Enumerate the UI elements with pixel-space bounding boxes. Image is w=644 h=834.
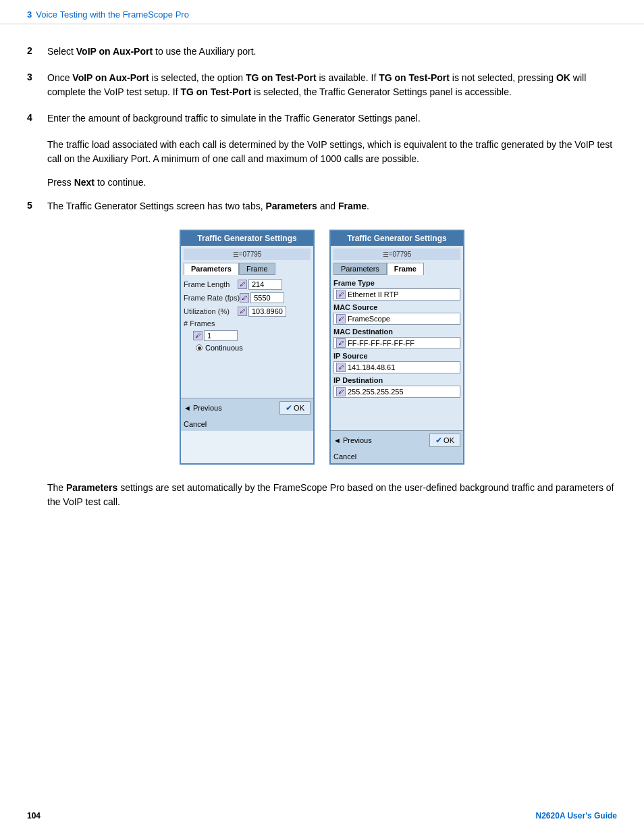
continuous-label: Continuous bbox=[205, 344, 243, 352]
frame-length-icon: 🖊 bbox=[238, 280, 247, 289]
step-2: 2 Select VoIP on Aux-Port to use the Aux… bbox=[27, 45, 617, 59]
tg-test-port-bold: TG on Test-Port bbox=[246, 72, 317, 83]
continuous-row: Continuous bbox=[184, 344, 311, 352]
frame-rate-icon: 🖊 bbox=[240, 293, 249, 303]
step-4-text: Enter the amount of background traffic t… bbox=[47, 111, 617, 126]
mac-dest-field[interactable]: 🖊 FF-FF-FF-FF-FF-FF bbox=[333, 337, 460, 349]
left-cancel-button[interactable]: Cancel bbox=[184, 420, 207, 428]
left-previous-button[interactable]: ◄ Previous bbox=[184, 404, 222, 412]
right-panel: Traffic Generator Settings ☰=07795 Param… bbox=[329, 230, 464, 465]
left-tabs: Parameters Frame bbox=[184, 263, 311, 275]
ip-source-label: IP Source bbox=[333, 352, 460, 360]
utilization-value: 103.8960 bbox=[248, 306, 286, 317]
right-ok-check: ✔ bbox=[435, 436, 442, 445]
left-prev-arrow: ◄ bbox=[184, 404, 191, 412]
frames-value-row: 🖊 1 bbox=[184, 330, 311, 341]
params-bold: Parameters bbox=[265, 201, 317, 211]
frame-length-value: 214 bbox=[248, 279, 282, 290]
utilization-row: Utilization (%) 🖊 103.8960 bbox=[184, 306, 311, 317]
frame-type-icon: 🖊 bbox=[336, 290, 346, 299]
right-bottom-row2: Cancel bbox=[333, 451, 460, 461]
right-tab-frame[interactable]: Frame bbox=[387, 263, 424, 275]
step-3-text: Once VoIP on Aux-Port is selected, the o… bbox=[47, 71, 617, 99]
step-3: 3 Once VoIP on Aux-Port is selected, the… bbox=[27, 71, 617, 99]
header-bar: 3 Voice Testing with the FrameScope Pro bbox=[0, 0, 644, 24]
ip-source-value: 141.184.48.61 bbox=[348, 363, 395, 371]
step-3-num: 3 bbox=[27, 71, 47, 99]
utilization-input[interactable]: 🖊 103.8960 bbox=[238, 306, 286, 317]
right-bottom: ◄ Previous ✔ OK Cancel bbox=[331, 430, 463, 463]
step-5-text: The Traffic Generator Settings screen ha… bbox=[47, 199, 617, 213]
left-bottom-row2: Cancel bbox=[184, 419, 311, 428]
extra-para-1: The traffic load associated with each ca… bbox=[47, 138, 617, 166]
mac-source-label: MAC Source bbox=[333, 303, 460, 311]
main-content: 2 Select VoIP on Aux-Port to use the Aux… bbox=[0, 24, 644, 539]
continuous-radio[interactable] bbox=[196, 344, 203, 351]
ip-source-field[interactable]: 🖊 141.184.48.61 bbox=[333, 361, 460, 373]
mac-dest-label: MAC Destination bbox=[333, 328, 460, 336]
frame-rate-input[interactable]: 🖊 5550 bbox=[240, 292, 284, 303]
right-icon-bar: ☰=07795 bbox=[333, 249, 460, 260]
footer-page-num: 104 bbox=[27, 811, 41, 820]
right-cancel-button[interactable]: Cancel bbox=[333, 452, 356, 461]
step-5-num: 5 bbox=[27, 199, 47, 213]
step-4: 4 Enter the amount of background traffic… bbox=[27, 111, 617, 126]
voip-aux-port-bold2: VoIP on Aux-Port bbox=[72, 72, 149, 83]
left-tab-frame[interactable]: Frame bbox=[239, 263, 275, 275]
frame-rate-value: 5550 bbox=[250, 292, 284, 303]
right-icon-text: ☰=07795 bbox=[383, 251, 412, 258]
voip-aux-port-bold: VoIP on Aux-Port bbox=[76, 46, 153, 57]
ip-dest-label: IP Destination bbox=[333, 376, 460, 384]
mac-dest-value: FF-FF-FF-FF-FF-FF bbox=[348, 339, 414, 347]
right-ok-button[interactable]: ✔ OK bbox=[429, 434, 460, 447]
utilization-icon: 🖊 bbox=[238, 307, 247, 316]
footer-guide-title: N2620A User's Guide bbox=[536, 811, 617, 820]
frame-type-value: Ethernet II RTP bbox=[348, 290, 399, 298]
next-bold: Next bbox=[74, 177, 95, 188]
screenshots-row: Traffic Generator Settings ☰=07795 Param… bbox=[27, 230, 617, 465]
frames-value-icon: 🖊 bbox=[193, 331, 203, 340]
tg-test-port-bold2: TG on Test-Port bbox=[379, 72, 450, 83]
step-4-num: 4 bbox=[27, 111, 47, 126]
frame-type-label: Frame Type bbox=[333, 279, 460, 287]
ip-dest-value: 255.255.255.255 bbox=[348, 388, 404, 396]
frame-type-field[interactable]: 🖊 Ethernet II RTP bbox=[333, 288, 460, 301]
step-2-num: 2 bbox=[27, 45, 47, 59]
frame-length-label: Frame Length bbox=[184, 280, 238, 288]
num-frames-row: # Frames bbox=[184, 319, 311, 328]
right-prev-arrow: ◄ bbox=[333, 436, 341, 444]
mac-source-icon: 🖊 bbox=[336, 314, 346, 323]
params-bold2: Parameters bbox=[66, 482, 117, 493]
left-panel: Traffic Generator Settings ☰=07795 Param… bbox=[180, 230, 315, 465]
page-container: 3 Voice Testing with the FrameScope Pro … bbox=[0, 0, 644, 834]
closing-para: The Parameters settings are set automati… bbox=[47, 481, 617, 509]
right-tab-params[interactable]: Parameters bbox=[333, 263, 387, 275]
mac-source-field[interactable]: 🖊 FrameScope bbox=[333, 313, 460, 325]
chapter-title: Voice Testing with the FrameScope Pro bbox=[36, 9, 189, 20]
extra-para-2: Press Next to continue. bbox=[47, 176, 617, 190]
right-panel-title: Traffic Generator Settings bbox=[331, 231, 463, 246]
left-panel-body: ☰=07795 Parameters Frame Frame Length 🖊 … bbox=[181, 246, 313, 398]
left-icon-bar: ☰=07795 bbox=[184, 249, 311, 260]
mac-dest-icon: 🖊 bbox=[336, 338, 346, 348]
left-bottom-row1: ◄ Previous ✔ OK bbox=[184, 401, 311, 415]
frame-rate-label: Frame Rate (fps) bbox=[184, 294, 240, 302]
left-ok-button[interactable]: ✔ OK bbox=[279, 401, 311, 415]
right-bottom-row1: ◄ Previous ✔ OK bbox=[333, 434, 460, 447]
right-tabs: Parameters Frame bbox=[333, 263, 460, 275]
frames-value-input[interactable]: 🖊 1 bbox=[193, 330, 238, 341]
right-panel-body: ☰=07795 Parameters Frame Frame Type 🖊 Et… bbox=[331, 246, 463, 430]
ip-dest-field[interactable]: 🖊 255.255.255.255 bbox=[333, 386, 460, 398]
tg-test-port-bold3: TG on Test-Port bbox=[180, 86, 251, 97]
right-prev-label: Previous bbox=[343, 436, 372, 444]
step-5: 5 The Traffic Generator Settings screen … bbox=[27, 199, 617, 213]
left-bottom: ◄ Previous ✔ OK Cancel bbox=[181, 398, 313, 431]
left-tab-params[interactable]: Parameters bbox=[184, 263, 239, 275]
frame-length-row: Frame Length 🖊 214 bbox=[184, 279, 311, 290]
step-2-text: Select VoIP on Aux-Port to use the Auxil… bbox=[47, 45, 617, 59]
frame-rate-row: Frame Rate (fps) 🖊 5550 bbox=[184, 292, 311, 303]
left-panel-title: Traffic Generator Settings bbox=[181, 231, 313, 246]
num-frames-label: # Frames bbox=[184, 319, 238, 328]
right-previous-button[interactable]: ◄ Previous bbox=[333, 436, 372, 444]
frame-length-input[interactable]: 🖊 214 bbox=[238, 279, 282, 290]
